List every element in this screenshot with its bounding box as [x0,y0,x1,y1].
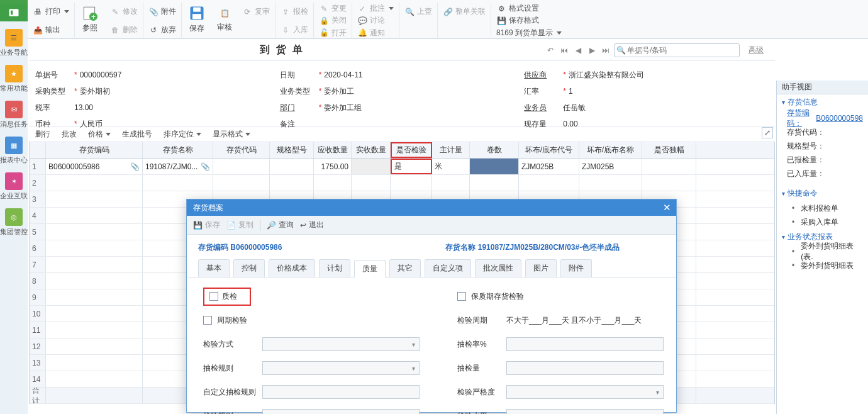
nav-last-icon[interactable]: ⏭ [600,45,611,56]
nav-prev-icon[interactable]: ◀ [572,45,584,56]
advanced-link[interactable]: 高级 [748,45,764,55]
modal-close-icon[interactable]: ✕ [663,202,671,213]
assist-invcode-link[interactable]: 存货编码： [787,108,816,129]
svg-text:+: + [91,12,96,21]
ribbon-close: 🔒关闭 [319,14,347,26]
qc-checkbox-wrap[interactable]: 质检 [203,288,251,306]
svg-rect-6 [193,7,201,11]
tt-price[interactable]: 价格 [88,129,111,140]
nav-next-icon[interactable]: ▶ [586,45,598,56]
tab-other[interactable]: 其它 [389,259,421,277]
ribbon-modify: ✎修改 [110,6,138,18]
app-logo[interactable] [0,4,28,21]
ribbon-output[interactable]: 📤输出 [33,24,69,36]
supplier-link[interactable]: 供应商 [524,70,563,81]
ribbon-print[interactable]: 🖶打印 [33,6,69,18]
sidebar-ent[interactable]: ✶企业互联 [0,169,28,204]
tab-plan[interactable]: 计划 [319,259,350,277]
tt-dispfmt[interactable]: 显示格式 [213,129,250,140]
level-input[interactable]: ▾ [506,409,664,414]
svg-rect-0 [9,9,19,16]
modal-save: 💾 保存 [193,220,220,230]
ribbon-reference[interactable]: +参照 [75,3,105,35]
ribbon-open: 🔓打开 [319,27,347,39]
sidebar-msg[interactable]: ✉消息任务 [0,97,28,133]
assist-link-2[interactable]: 采购入库单 [777,215,868,229]
ribbon-report: ⇪报检 [281,6,308,18]
sample-pct-input[interactable] [506,337,664,351]
nav-first-icon[interactable]: ⏮ [559,45,570,56]
tt-genlot[interactable]: 生成批号 [122,129,152,140]
ribbon-discuss: 💬讨论 [357,14,394,26]
dept-link[interactable]: 部门 [280,103,319,113]
sales-link[interactable]: 业务员 [524,103,563,113]
ribbon-displaymode[interactable]: 8169 到货单显示 [496,27,562,39]
tab-image[interactable]: 图片 [525,259,557,277]
assist-link-1[interactable]: 来料报检单 [777,201,868,215]
supplier-value: 浙江盛兴染整有限公司 [569,70,644,81]
ribbon-saveformat[interactable]: 💾保存格式 [496,14,562,26]
ribbon-review: ⟳复审 [242,6,270,18]
inventory-modal: 存货档案✕ 💾 保存 📄 复制 🔎 查询 ↩ 退出 存货编码 B06000005… [186,199,677,413]
page-title: 到货单 [29,43,540,57]
form-header: 单据号*0000000597 日期*2020-04-11 供应商*浙江盛兴染整有… [29,60,775,126]
assist-panel: 助手视图 ▾存货信息 存货编码：B0600000598 存货代码： 规格型号： … [776,81,868,414]
ribbon-abandon[interactable]: ↺放弃 [148,24,176,36]
search-wrap[interactable]: 🔍 [614,43,740,57]
ribbon-delete: 🗑删除 [110,24,138,36]
ribbon-approve: ✓批注 [357,3,394,14]
tab-quality[interactable]: 质量 [354,260,386,277]
tt-sort[interactable]: 排序定位 [164,129,201,140]
ribbon-checkup: 🔍上查 [404,6,432,18]
sidebar-report[interactable]: ▦报表中心 [0,133,28,169]
sample-rule-input[interactable]: ▾ [262,361,420,375]
tab-custom[interactable]: 自定义项 [425,259,471,277]
nav-undo-icon[interactable]: ↶ [545,45,556,56]
tab-control[interactable]: 控制 [233,259,265,277]
svg-rect-1 [11,11,13,15]
assist-title: 助手视图 [777,81,868,94]
modal-exit[interactable]: ↩ 退出 [300,220,324,230]
modal-tabs: 基本 控制 价格成本 计划 质量 其它 自定义项 批次属性 图片 附件 [187,259,676,277]
qc-checkbox[interactable] [209,292,218,301]
tt-delrow[interactable]: 删行 [35,129,50,140]
ribbon-change: ✎变更 [319,3,347,14]
svg-rect-7 [192,14,201,19]
insp-method-input[interactable]: ▾ [262,337,420,351]
ribbon-attachment[interactable]: 📎附件 [148,6,176,18]
date-value: 2020-04-11 [324,70,362,79]
tab-basic[interactable]: 基本 [198,259,230,277]
cust-rule-input[interactable] [262,385,420,399]
ribbon-save[interactable]: 保存 [182,3,212,35]
assist-sec-cmd[interactable]: ▾快捷命令 [777,186,868,201]
sidebar-group[interactable]: ◎集团管控 [0,204,28,240]
sidebar-freq[interactable]: ★常用功能 [0,61,28,97]
modal-title: 存货档案 [193,203,223,213]
grid-options-icon[interactable]: ⤢ [762,127,773,138]
ribbon-inbound: ⇩入库 [281,24,308,36]
tab-batch[interactable]: 批次属性 [475,259,521,277]
modal-copy: 📄 复制 [226,220,253,230]
modal-query[interactable]: 🔎 查询 [267,220,294,230]
tab-attach[interactable]: 附件 [560,259,592,277]
search-icon: 🔍 [615,46,627,55]
assist-link-3[interactable]: 委外到货明细表(表. [777,245,868,259]
severity-input[interactable]: ▾ [506,385,664,399]
ribbon-audit[interactable]: 📋审核 [212,3,237,35]
col-ischeck: 是否检验 [391,142,432,158]
sample-qty-input[interactable] [506,361,664,375]
warranty-checkbox[interactable] [457,292,466,301]
search-input[interactable] [627,46,739,55]
ribbon-wholelink: 🔗整单关联 [443,6,486,18]
sidebar-nav[interactable]: ☰业务导航 [0,25,28,61]
billno-value: 0000000597 [80,70,122,79]
attach-icon[interactable]: 📎 [130,162,140,171]
insp-rule-input[interactable]: ▾ [262,409,420,414]
ribbon-notify: 🔔通知 [357,27,394,39]
table-row[interactable]: 1 B06000005986📎 191087/ZJM0...📎 1750.00 … [30,159,774,175]
tab-price[interactable]: 价格成本 [269,259,315,277]
attach-icon-2[interactable]: 📎 [201,162,210,171]
tt-batch[interactable]: 批改 [62,129,77,140]
ribbon-formatset[interactable]: ⚙格式设置 [496,3,562,14]
period-checkbox[interactable] [203,316,212,325]
